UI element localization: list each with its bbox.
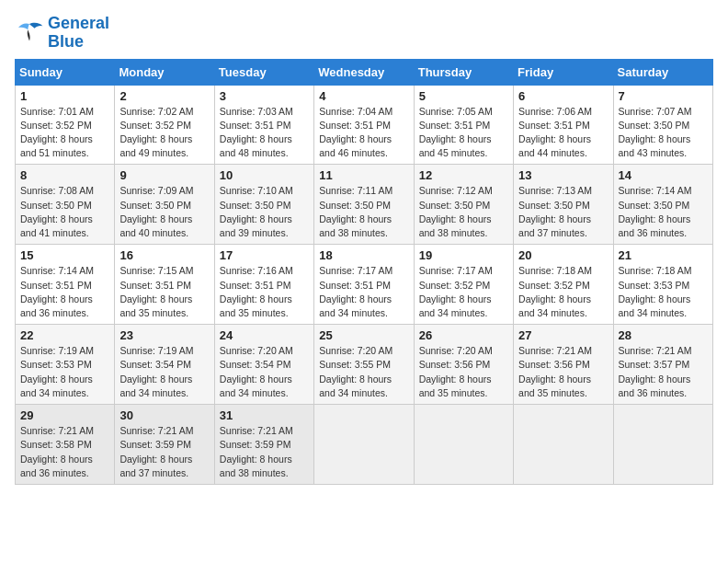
calendar-cell: 16Sunrise: 7:15 AMSunset: 3:51 PMDayligh… bbox=[115, 245, 214, 325]
day-number: 9 bbox=[119, 168, 209, 182]
day-number: 22 bbox=[20, 328, 109, 342]
day-number: 13 bbox=[518, 168, 608, 182]
day-number: 12 bbox=[419, 168, 508, 182]
calendar-cell: 18Sunrise: 7:17 AMSunset: 3:51 PMDayligh… bbox=[314, 245, 414, 325]
calendar-cell bbox=[514, 405, 613, 485]
calendar-week-4: 22Sunrise: 7:19 AMSunset: 3:53 PMDayligh… bbox=[16, 325, 713, 405]
day-info: Sunrise: 7:17 AMSunset: 3:52 PMDaylight:… bbox=[419, 264, 508, 320]
day-number: 1 bbox=[20, 89, 109, 103]
weekday-header-sunday: Sunday bbox=[16, 59, 115, 85]
calendar-cell: 22Sunrise: 7:19 AMSunset: 3:53 PMDayligh… bbox=[16, 325, 115, 405]
calendar-cell: 3Sunrise: 7:03 AMSunset: 3:51 PMDaylight… bbox=[214, 85, 313, 165]
calendar-cell: 28Sunrise: 7:21 AMSunset: 3:57 PMDayligh… bbox=[613, 325, 712, 405]
calendar-cell: 21Sunrise: 7:18 AMSunset: 3:53 PMDayligh… bbox=[613, 245, 712, 325]
calendar-cell: 25Sunrise: 7:20 AMSunset: 3:55 PMDayligh… bbox=[314, 325, 414, 405]
day-info: Sunrise: 7:17 AMSunset: 3:51 PMDaylight:… bbox=[319, 264, 408, 320]
day-info: Sunrise: 7:18 AMSunset: 3:52 PMDaylight:… bbox=[518, 264, 608, 320]
day-info: Sunrise: 7:05 AMSunset: 3:51 PMDaylight:… bbox=[419, 105, 508, 161]
day-number: 15 bbox=[20, 248, 109, 262]
calendar-cell: 15Sunrise: 7:14 AMSunset: 3:51 PMDayligh… bbox=[16, 245, 115, 325]
day-info: Sunrise: 7:21 AMSunset: 3:59 PMDaylight:… bbox=[119, 424, 209, 480]
weekday-header-friday: Friday bbox=[514, 59, 613, 85]
day-info: Sunrise: 7:10 AMSunset: 3:50 PMDaylight:… bbox=[220, 184, 309, 240]
day-info: Sunrise: 7:08 AMSunset: 3:50 PMDaylight:… bbox=[20, 184, 109, 240]
day-number: 21 bbox=[619, 248, 708, 262]
calendar-cell: 11Sunrise: 7:11 AMSunset: 3:50 PMDayligh… bbox=[314, 165, 414, 245]
calendar-cell: 5Sunrise: 7:05 AMSunset: 3:51 PMDaylight… bbox=[414, 85, 513, 165]
day-number: 29 bbox=[20, 408, 109, 422]
day-number: 20 bbox=[518, 248, 608, 262]
calendar-cell: 20Sunrise: 7:18 AMSunset: 3:52 PMDayligh… bbox=[514, 245, 613, 325]
day-info: Sunrise: 7:03 AMSunset: 3:51 PMDaylight:… bbox=[220, 105, 309, 161]
day-number: 4 bbox=[319, 89, 408, 103]
day-info: Sunrise: 7:02 AMSunset: 3:52 PMDaylight:… bbox=[119, 105, 209, 161]
logo-line1: General bbox=[48, 15, 109, 33]
calendar-week-5: 29Sunrise: 7:21 AMSunset: 3:58 PMDayligh… bbox=[16, 405, 713, 485]
day-info: Sunrise: 7:19 AMSunset: 3:54 PMDaylight:… bbox=[119, 344, 209, 400]
day-number: 30 bbox=[119, 408, 209, 422]
calendar-cell: 9Sunrise: 7:09 AMSunset: 3:50 PMDaylight… bbox=[115, 165, 214, 245]
day-info: Sunrise: 7:12 AMSunset: 3:50 PMDaylight:… bbox=[419, 184, 508, 240]
calendar-cell: 30Sunrise: 7:21 AMSunset: 3:59 PMDayligh… bbox=[115, 405, 214, 485]
day-number: 2 bbox=[119, 89, 209, 103]
calendar-table: SundayMondayTuesdayWednesdayThursdayFrid… bbox=[15, 59, 713, 485]
weekday-header-tuesday: Tuesday bbox=[214, 59, 313, 85]
day-number: 18 bbox=[319, 248, 408, 262]
day-info: Sunrise: 7:13 AMSunset: 3:50 PMDaylight:… bbox=[518, 184, 608, 240]
day-number: 26 bbox=[419, 328, 508, 342]
day-number: 23 bbox=[119, 328, 209, 342]
day-number: 25 bbox=[319, 328, 408, 342]
day-number: 5 bbox=[419, 89, 508, 103]
calendar-cell: 6Sunrise: 7:06 AMSunset: 3:51 PMDaylight… bbox=[514, 85, 613, 165]
calendar-cell: 24Sunrise: 7:20 AMSunset: 3:54 PMDayligh… bbox=[214, 325, 313, 405]
day-number: 14 bbox=[619, 168, 708, 182]
day-info: Sunrise: 7:20 AMSunset: 3:55 PMDaylight:… bbox=[319, 344, 408, 400]
logo: General Blue bbox=[15, 15, 109, 52]
day-info: Sunrise: 7:09 AMSunset: 3:50 PMDaylight:… bbox=[119, 184, 209, 240]
logo-bird-icon bbox=[15, 20, 44, 46]
day-info: Sunrise: 7:01 AMSunset: 3:52 PMDaylight:… bbox=[20, 105, 109, 161]
day-number: 10 bbox=[220, 168, 309, 182]
logo-line2: Blue bbox=[48, 33, 109, 52]
calendar-cell: 14Sunrise: 7:14 AMSunset: 3:50 PMDayligh… bbox=[613, 165, 712, 245]
day-info: Sunrise: 7:19 AMSunset: 3:53 PMDaylight:… bbox=[20, 344, 109, 400]
day-number: 11 bbox=[319, 168, 408, 182]
day-info: Sunrise: 7:21 AMSunset: 3:57 PMDaylight:… bbox=[619, 344, 708, 400]
day-number: 28 bbox=[619, 328, 708, 342]
day-info: Sunrise: 7:20 AMSunset: 3:54 PMDaylight:… bbox=[220, 344, 309, 400]
day-info: Sunrise: 7:04 AMSunset: 3:51 PMDaylight:… bbox=[319, 105, 408, 161]
page-header: General Blue bbox=[15, 15, 713, 52]
calendar-cell: 4Sunrise: 7:04 AMSunset: 3:51 PMDaylight… bbox=[314, 85, 414, 165]
calendar-cell: 27Sunrise: 7:21 AMSunset: 3:56 PMDayligh… bbox=[514, 325, 613, 405]
day-number: 6 bbox=[518, 89, 608, 103]
calendar-week-2: 8Sunrise: 7:08 AMSunset: 3:50 PMDaylight… bbox=[16, 165, 713, 245]
day-info: Sunrise: 7:21 AMSunset: 3:58 PMDaylight:… bbox=[20, 424, 109, 480]
day-number: 16 bbox=[119, 248, 209, 262]
day-number: 24 bbox=[220, 328, 309, 342]
day-info: Sunrise: 7:11 AMSunset: 3:50 PMDaylight:… bbox=[319, 184, 408, 240]
day-info: Sunrise: 7:18 AMSunset: 3:53 PMDaylight:… bbox=[619, 264, 708, 320]
day-number: 17 bbox=[220, 248, 309, 262]
calendar-cell: 19Sunrise: 7:17 AMSunset: 3:52 PMDayligh… bbox=[414, 245, 513, 325]
day-number: 7 bbox=[619, 89, 708, 103]
logo-text: General Blue bbox=[48, 15, 109, 52]
day-info: Sunrise: 7:15 AMSunset: 3:51 PMDaylight:… bbox=[119, 264, 209, 320]
calendar-cell: 23Sunrise: 7:19 AMSunset: 3:54 PMDayligh… bbox=[115, 325, 214, 405]
day-number: 8 bbox=[20, 168, 109, 182]
day-number: 27 bbox=[518, 328, 608, 342]
calendar-cell bbox=[414, 405, 513, 485]
calendar-cell: 7Sunrise: 7:07 AMSunset: 3:50 PMDaylight… bbox=[613, 85, 712, 165]
calendar-cell: 26Sunrise: 7:20 AMSunset: 3:56 PMDayligh… bbox=[414, 325, 513, 405]
calendar-cell: 12Sunrise: 7:12 AMSunset: 3:50 PMDayligh… bbox=[414, 165, 513, 245]
weekday-header-wednesday: Wednesday bbox=[314, 59, 414, 85]
day-info: Sunrise: 7:14 AMSunset: 3:51 PMDaylight:… bbox=[20, 264, 109, 320]
day-info: Sunrise: 7:14 AMSunset: 3:50 PMDaylight:… bbox=[619, 184, 708, 240]
day-info: Sunrise: 7:21 AMSunset: 3:59 PMDaylight:… bbox=[220, 424, 309, 480]
day-info: Sunrise: 7:07 AMSunset: 3:50 PMDaylight:… bbox=[619, 105, 708, 161]
calendar-cell bbox=[314, 405, 414, 485]
calendar-cell: 17Sunrise: 7:16 AMSunset: 3:51 PMDayligh… bbox=[214, 245, 313, 325]
calendar-cell bbox=[613, 405, 712, 485]
calendar-cell: 1Sunrise: 7:01 AMSunset: 3:52 PMDaylight… bbox=[16, 85, 115, 165]
day-number: 19 bbox=[419, 248, 508, 262]
day-number: 31 bbox=[220, 408, 309, 422]
